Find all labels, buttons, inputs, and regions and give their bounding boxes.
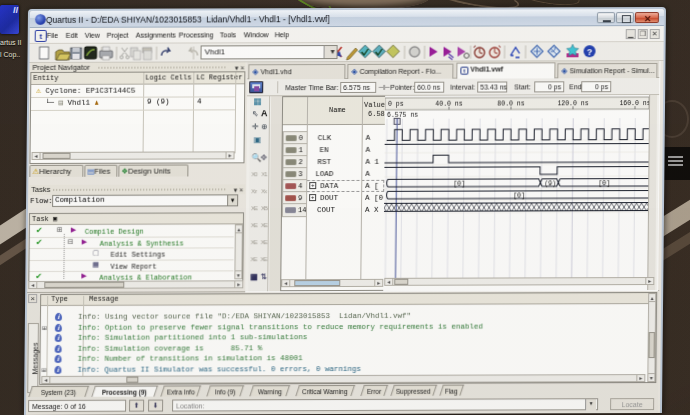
svg-text:[0]: [0] bbox=[513, 192, 525, 199]
svg-text:[0]: [0] bbox=[598, 180, 610, 187]
svg-text:40.0 ns: 40.0 ns bbox=[435, 101, 462, 108]
svg-text:[0]: [0] bbox=[453, 180, 465, 187]
svg-text:120.0 ns: 120.0 ns bbox=[557, 100, 588, 107]
svg-text:80.0 ns: 80.0 ns bbox=[497, 100, 524, 107]
svg-text:0 ps: 0 ps bbox=[388, 101, 404, 108]
svg-text:?: ? bbox=[587, 47, 593, 57]
svg-text:(9): (9) bbox=[544, 180, 556, 187]
svg-text:160.0 ns: 160.0 ns bbox=[619, 100, 649, 107]
svg-text:6.575 ns: 6.575 ns bbox=[387, 112, 418, 119]
